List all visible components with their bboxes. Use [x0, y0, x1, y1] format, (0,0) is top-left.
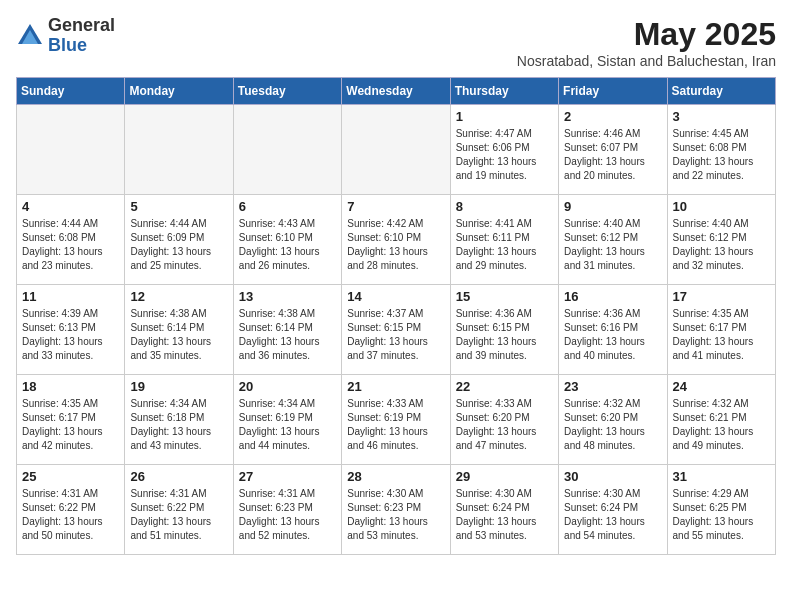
calendar-cell: 17Sunrise: 4:35 AM Sunset: 6:17 PM Dayli… — [667, 285, 775, 375]
day-number: 5 — [130, 199, 227, 214]
day-number: 28 — [347, 469, 444, 484]
header-monday: Monday — [125, 78, 233, 105]
day-number: 7 — [347, 199, 444, 214]
day-info: Sunrise: 4:32 AM Sunset: 6:20 PM Dayligh… — [564, 397, 661, 453]
calendar-cell: 5Sunrise: 4:44 AM Sunset: 6:09 PM Daylig… — [125, 195, 233, 285]
day-info: Sunrise: 4:37 AM Sunset: 6:15 PM Dayligh… — [347, 307, 444, 363]
title-block: May 2025 Nosratabad, Sistan and Baluches… — [517, 16, 776, 69]
day-info: Sunrise: 4:32 AM Sunset: 6:21 PM Dayligh… — [673, 397, 770, 453]
day-info: Sunrise: 4:36 AM Sunset: 6:16 PM Dayligh… — [564, 307, 661, 363]
day-info: Sunrise: 4:36 AM Sunset: 6:15 PM Dayligh… — [456, 307, 553, 363]
calendar-cell: 15Sunrise: 4:36 AM Sunset: 6:15 PM Dayli… — [450, 285, 558, 375]
day-info: Sunrise: 4:30 AM Sunset: 6:24 PM Dayligh… — [564, 487, 661, 543]
day-number: 26 — [130, 469, 227, 484]
day-info: Sunrise: 4:30 AM Sunset: 6:24 PM Dayligh… — [456, 487, 553, 543]
calendar-cell — [17, 105, 125, 195]
calendar-cell: 2Sunrise: 4:46 AM Sunset: 6:07 PM Daylig… — [559, 105, 667, 195]
day-info: Sunrise: 4:46 AM Sunset: 6:07 PM Dayligh… — [564, 127, 661, 183]
day-number: 4 — [22, 199, 119, 214]
day-info: Sunrise: 4:39 AM Sunset: 6:13 PM Dayligh… — [22, 307, 119, 363]
day-number: 24 — [673, 379, 770, 394]
day-number: 22 — [456, 379, 553, 394]
calendar-cell: 29Sunrise: 4:30 AM Sunset: 6:24 PM Dayli… — [450, 465, 558, 555]
day-info: Sunrise: 4:34 AM Sunset: 6:19 PM Dayligh… — [239, 397, 336, 453]
day-number: 20 — [239, 379, 336, 394]
calendar-cell: 1Sunrise: 4:47 AM Sunset: 6:06 PM Daylig… — [450, 105, 558, 195]
calendar-cell: 8Sunrise: 4:41 AM Sunset: 6:11 PM Daylig… — [450, 195, 558, 285]
month-title: May 2025 — [517, 16, 776, 53]
day-number: 14 — [347, 289, 444, 304]
location: Nosratabad, Sistan and Baluchestan, Iran — [517, 53, 776, 69]
calendar-cell: 30Sunrise: 4:30 AM Sunset: 6:24 PM Dayli… — [559, 465, 667, 555]
calendar-cell: 12Sunrise: 4:38 AM Sunset: 6:14 PM Dayli… — [125, 285, 233, 375]
day-info: Sunrise: 4:42 AM Sunset: 6:10 PM Dayligh… — [347, 217, 444, 273]
header-thursday: Thursday — [450, 78, 558, 105]
day-number: 17 — [673, 289, 770, 304]
day-info: Sunrise: 4:43 AM Sunset: 6:10 PM Dayligh… — [239, 217, 336, 273]
header-tuesday: Tuesday — [233, 78, 341, 105]
day-info: Sunrise: 4:35 AM Sunset: 6:17 PM Dayligh… — [22, 397, 119, 453]
week-row-3: 11Sunrise: 4:39 AM Sunset: 6:13 PM Dayli… — [17, 285, 776, 375]
logo-text: General Blue — [48, 16, 115, 56]
header-wednesday: Wednesday — [342, 78, 450, 105]
calendar-cell: 13Sunrise: 4:38 AM Sunset: 6:14 PM Dayli… — [233, 285, 341, 375]
day-info: Sunrise: 4:47 AM Sunset: 6:06 PM Dayligh… — [456, 127, 553, 183]
week-row-5: 25Sunrise: 4:31 AM Sunset: 6:22 PM Dayli… — [17, 465, 776, 555]
week-row-4: 18Sunrise: 4:35 AM Sunset: 6:17 PM Dayli… — [17, 375, 776, 465]
calendar-cell: 16Sunrise: 4:36 AM Sunset: 6:16 PM Dayli… — [559, 285, 667, 375]
day-number: 15 — [456, 289, 553, 304]
day-number: 23 — [564, 379, 661, 394]
calendar-cell: 27Sunrise: 4:31 AM Sunset: 6:23 PM Dayli… — [233, 465, 341, 555]
calendar-cell: 25Sunrise: 4:31 AM Sunset: 6:22 PM Dayli… — [17, 465, 125, 555]
day-number: 21 — [347, 379, 444, 394]
header-saturday: Saturday — [667, 78, 775, 105]
day-info: Sunrise: 4:34 AM Sunset: 6:18 PM Dayligh… — [130, 397, 227, 453]
calendar-cell: 18Sunrise: 4:35 AM Sunset: 6:17 PM Dayli… — [17, 375, 125, 465]
day-info: Sunrise: 4:38 AM Sunset: 6:14 PM Dayligh… — [239, 307, 336, 363]
calendar-cell: 6Sunrise: 4:43 AM Sunset: 6:10 PM Daylig… — [233, 195, 341, 285]
day-info: Sunrise: 4:35 AM Sunset: 6:17 PM Dayligh… — [673, 307, 770, 363]
week-row-2: 4Sunrise: 4:44 AM Sunset: 6:08 PM Daylig… — [17, 195, 776, 285]
calendar-cell — [125, 105, 233, 195]
calendar-header-row: SundayMondayTuesdayWednesdayThursdayFrid… — [17, 78, 776, 105]
day-number: 16 — [564, 289, 661, 304]
day-number: 25 — [22, 469, 119, 484]
calendar-cell: 28Sunrise: 4:30 AM Sunset: 6:23 PM Dayli… — [342, 465, 450, 555]
page-header: General Blue May 2025 Nosratabad, Sistan… — [16, 16, 776, 69]
week-row-1: 1Sunrise: 4:47 AM Sunset: 6:06 PM Daylig… — [17, 105, 776, 195]
day-number: 1 — [456, 109, 553, 124]
logo: General Blue — [16, 16, 115, 56]
day-info: Sunrise: 4:38 AM Sunset: 6:14 PM Dayligh… — [130, 307, 227, 363]
calendar: SundayMondayTuesdayWednesdayThursdayFrid… — [16, 77, 776, 555]
day-number: 6 — [239, 199, 336, 214]
day-number: 13 — [239, 289, 336, 304]
calendar-cell: 21Sunrise: 4:33 AM Sunset: 6:19 PM Dayli… — [342, 375, 450, 465]
calendar-cell — [342, 105, 450, 195]
day-number: 8 — [456, 199, 553, 214]
day-info: Sunrise: 4:31 AM Sunset: 6:23 PM Dayligh… — [239, 487, 336, 543]
calendar-cell: 20Sunrise: 4:34 AM Sunset: 6:19 PM Dayli… — [233, 375, 341, 465]
calendar-cell: 19Sunrise: 4:34 AM Sunset: 6:18 PM Dayli… — [125, 375, 233, 465]
calendar-cell: 22Sunrise: 4:33 AM Sunset: 6:20 PM Dayli… — [450, 375, 558, 465]
day-info: Sunrise: 4:29 AM Sunset: 6:25 PM Dayligh… — [673, 487, 770, 543]
day-info: Sunrise: 4:41 AM Sunset: 6:11 PM Dayligh… — [456, 217, 553, 273]
calendar-cell: 10Sunrise: 4:40 AM Sunset: 6:12 PM Dayli… — [667, 195, 775, 285]
calendar-cell: 23Sunrise: 4:32 AM Sunset: 6:20 PM Dayli… — [559, 375, 667, 465]
calendar-cell: 9Sunrise: 4:40 AM Sunset: 6:12 PM Daylig… — [559, 195, 667, 285]
day-number: 2 — [564, 109, 661, 124]
day-number: 3 — [673, 109, 770, 124]
day-number: 29 — [456, 469, 553, 484]
calendar-cell: 14Sunrise: 4:37 AM Sunset: 6:15 PM Dayli… — [342, 285, 450, 375]
calendar-cell: 24Sunrise: 4:32 AM Sunset: 6:21 PM Dayli… — [667, 375, 775, 465]
day-number: 10 — [673, 199, 770, 214]
day-info: Sunrise: 4:44 AM Sunset: 6:08 PM Dayligh… — [22, 217, 119, 273]
calendar-cell: 7Sunrise: 4:42 AM Sunset: 6:10 PM Daylig… — [342, 195, 450, 285]
day-info: Sunrise: 4:33 AM Sunset: 6:20 PM Dayligh… — [456, 397, 553, 453]
calendar-cell: 11Sunrise: 4:39 AM Sunset: 6:13 PM Dayli… — [17, 285, 125, 375]
header-friday: Friday — [559, 78, 667, 105]
day-info: Sunrise: 4:33 AM Sunset: 6:19 PM Dayligh… — [347, 397, 444, 453]
day-info: Sunrise: 4:45 AM Sunset: 6:08 PM Dayligh… — [673, 127, 770, 183]
calendar-cell — [233, 105, 341, 195]
calendar-cell: 31Sunrise: 4:29 AM Sunset: 6:25 PM Dayli… — [667, 465, 775, 555]
day-number: 12 — [130, 289, 227, 304]
